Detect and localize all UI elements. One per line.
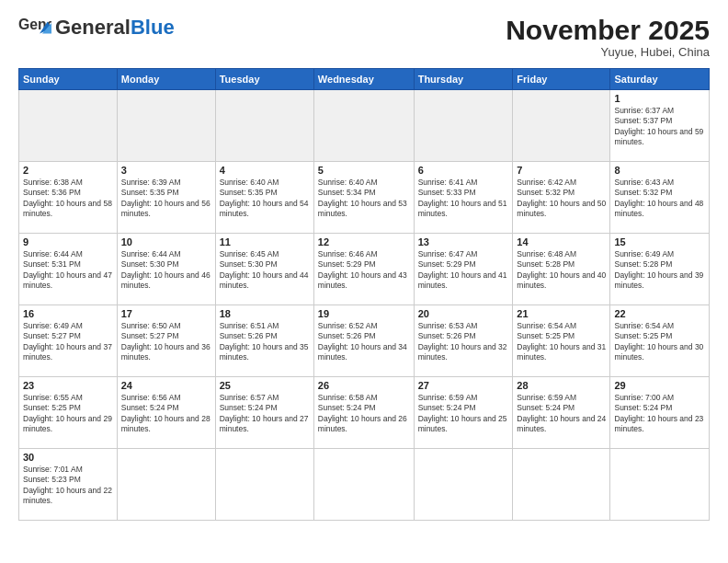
header-monday: Monday — [117, 69, 215, 90]
day-11: 11 Sunrise: 6:45 AMSunset: 5:30 PMDaylig… — [215, 234, 313, 305]
day-23: 23 Sunrise: 6:55 AMSunset: 5:25 PMDaylig… — [19, 377, 118, 449]
empty-cell — [313, 449, 414, 521]
day-18: 18 Sunrise: 6:51 AMSunset: 5:26 PMDaylig… — [215, 305, 313, 377]
calendar-row-2: 2 Sunrise: 6:38 AMSunset: 5:36 PMDayligh… — [19, 162, 710, 234]
calendar-table: Sunday Monday Tuesday Wednesday Thursday… — [18, 68, 710, 521]
day-29: 29 Sunrise: 7:00 AMSunset: 5:24 PMDaylig… — [610, 377, 710, 449]
day-13: 13 Sunrise: 6:47 AMSunset: 5:29 PMDaylig… — [414, 234, 513, 305]
calendar-row-3: 9 Sunrise: 6:44 AMSunset: 5:31 PMDayligh… — [19, 234, 710, 305]
location-subtitle: Yuyue, Hubei, China — [506, 45, 710, 59]
generalblue-icon: General — [18, 15, 51, 40]
day-4: 4 Sunrise: 6:40 AMSunset: 5:35 PMDayligh… — [215, 162, 313, 234]
day-22: 22 Sunrise: 6:54 AMSunset: 5:25 PMDaylig… — [610, 305, 710, 377]
empty-cell — [610, 449, 710, 521]
empty-cell — [117, 449, 215, 521]
day-3: 3 Sunrise: 6:39 AMSunset: 5:35 PMDayligh… — [117, 162, 215, 234]
header-sunday: Sunday — [19, 69, 118, 90]
empty-cell — [215, 90, 313, 162]
day-21: 21 Sunrise: 6:54 AMSunset: 5:25 PMDaylig… — [513, 305, 610, 377]
day-24: 24 Sunrise: 6:56 AMSunset: 5:24 PMDaylig… — [117, 377, 215, 449]
day-25: 25 Sunrise: 6:57 AMSunset: 5:24 PMDaylig… — [215, 377, 313, 449]
empty-cell — [513, 90, 610, 162]
header-tuesday: Tuesday — [215, 69, 313, 90]
day-7: 7 Sunrise: 6:42 AMSunset: 5:32 PMDayligh… — [513, 162, 610, 234]
logo: General GeneralBlue — [18, 15, 175, 40]
header-thursday: Thursday — [414, 69, 513, 90]
weekday-header-row: Sunday Monday Tuesday Wednesday Thursday… — [19, 69, 710, 90]
day-27: 27 Sunrise: 6:59 AMSunset: 5:24 PMDaylig… — [414, 377, 513, 449]
empty-cell — [513, 449, 610, 521]
empty-cell — [414, 90, 513, 162]
calendar-row-5: 23 Sunrise: 6:55 AMSunset: 5:25 PMDaylig… — [19, 377, 710, 449]
empty-cell — [117, 90, 215, 162]
day-10: 10 Sunrise: 6:44 AMSunset: 5:30 PMDaylig… — [117, 234, 215, 305]
day-1: 1 Sunrise: 6:37 AMSunset: 5:37 PMDayligh… — [610, 90, 710, 162]
empty-cell — [215, 449, 313, 521]
day-9: 9 Sunrise: 6:44 AMSunset: 5:31 PMDayligh… — [19, 234, 118, 305]
page: General GeneralBlue November 2025 Yuyue,… — [0, 0, 728, 563]
day-12: 12 Sunrise: 6:46 AMSunset: 5:29 PMDaylig… — [313, 234, 414, 305]
calendar-row-4: 16 Sunrise: 6:49 AMSunset: 5:27 PMDaylig… — [19, 305, 710, 377]
empty-cell — [414, 449, 513, 521]
day-6: 6 Sunrise: 6:41 AMSunset: 5:33 PMDayligh… — [414, 162, 513, 234]
day-19: 19 Sunrise: 6:52 AMSunset: 5:26 PMDaylig… — [313, 305, 414, 377]
empty-cell — [19, 90, 118, 162]
day-30: 30 Sunrise: 7:01 AMSunset: 5:23 PMDaylig… — [19, 449, 118, 521]
day-20: 20 Sunrise: 6:53 AMSunset: 5:26 PMDaylig… — [414, 305, 513, 377]
calendar-row-6: 30 Sunrise: 7:01 AMSunset: 5:23 PMDaylig… — [19, 449, 710, 521]
title-block: November 2025 Yuyue, Hubei, China — [506, 15, 710, 59]
day-17: 17 Sunrise: 6:50 AMSunset: 5:27 PMDaylig… — [117, 305, 215, 377]
day-15: 15 Sunrise: 6:49 AMSunset: 5:28 PMDaylig… — [610, 234, 710, 305]
day-14: 14 Sunrise: 6:48 AMSunset: 5:28 PMDaylig… — [513, 234, 610, 305]
header-wednesday: Wednesday — [313, 69, 414, 90]
empty-cell — [313, 90, 414, 162]
calendar-row-1: 1 Sunrise: 6:37 AMSunset: 5:37 PMDayligh… — [19, 90, 710, 162]
month-title: November 2025 — [506, 15, 710, 45]
day-26: 26 Sunrise: 6:58 AMSunset: 5:24 PMDaylig… — [313, 377, 414, 449]
day-8: 8 Sunrise: 6:43 AMSunset: 5:32 PMDayligh… — [610, 162, 710, 234]
logo-text: GeneralBlue — [55, 17, 175, 38]
header: General GeneralBlue November 2025 Yuyue,… — [18, 15, 710, 59]
day-5: 5 Sunrise: 6:40 AMSunset: 5:34 PMDayligh… — [313, 162, 414, 234]
day-16: 16 Sunrise: 6:49 AMSunset: 5:27 PMDaylig… — [19, 305, 118, 377]
header-saturday: Saturday — [610, 69, 710, 90]
header-friday: Friday — [513, 69, 610, 90]
day-2: 2 Sunrise: 6:38 AMSunset: 5:36 PMDayligh… — [19, 162, 118, 234]
day-28: 28 Sunrise: 6:59 AMSunset: 5:24 PMDaylig… — [513, 377, 610, 449]
